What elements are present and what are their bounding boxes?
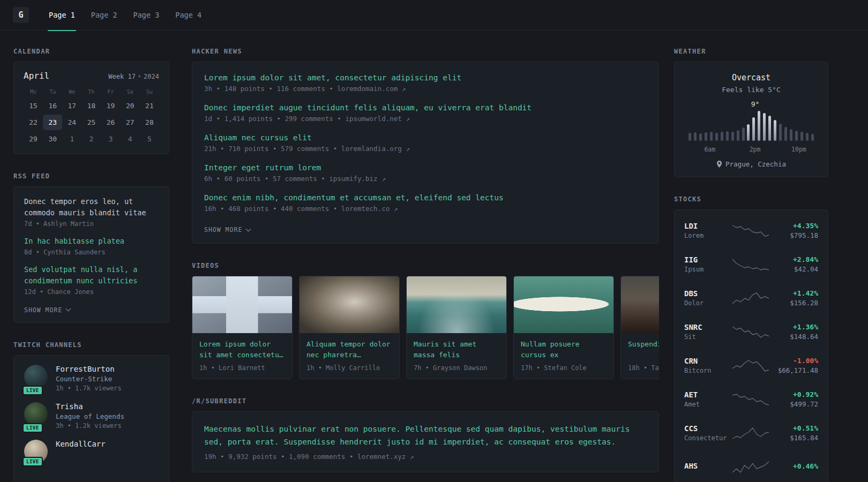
- hn-story-title[interactable]: Integer eget rutrum lorem: [204, 163, 647, 172]
- video-title[interactable]: Nullam posuere cursus ex: [514, 333, 613, 360]
- stock-row[interactable]: SNRC Sit +1.36% $148.64: [684, 319, 818, 344]
- video-title[interactable]: Suspendisse diam: [621, 333, 659, 360]
- video-card[interactable]: Aliquam tempor dolor nec pharetra… 1h • …: [299, 276, 400, 379]
- channel-category: League of Legends: [56, 412, 124, 420]
- hn-story[interactable]: Donec enim nibh, condimentum et accumsan…: [204, 193, 647, 213]
- tab-page-1[interactable]: Page 1: [41, 0, 83, 31]
- rss-card: Donec tempor eros leo, ut commodo mauris…: [13, 186, 169, 323]
- rss-item-title[interactable]: Sed volutpat nulla nisl, a condimentum n…: [24, 264, 159, 287]
- channel-name[interactable]: Trisha: [56, 402, 124, 411]
- video-thumbnail[interactable]: [407, 276, 506, 333]
- video-card[interactable]: Mauris sit amet massa felis 7h • Grayson…: [406, 276, 507, 379]
- video-card[interactable]: Lorem ipsum dolor sit amet consectetu… 1…: [192, 276, 293, 379]
- stock-row[interactable]: AHS +0.46%: [684, 454, 818, 479]
- video-title[interactable]: Aliquam tempor dolor nec pharetra…: [300, 333, 399, 360]
- calendar-day: 27: [121, 115, 140, 130]
- video-thumbnail[interactable]: [514, 276, 613, 333]
- stock-price: $66,171.48: [771, 366, 818, 374]
- tab-page-2[interactable]: Page 2: [83, 0, 125, 31]
- weather-bar: [779, 124, 782, 141]
- hn-story-title[interactable]: Aliquam nec cursus elit: [204, 133, 647, 142]
- hn-story[interactable]: Aliquam nec cursus elit 21h • 710 points…: [204, 133, 647, 153]
- hn-story-meta: 1d • 1,414 points • 299 comments • ipsum…: [204, 115, 647, 123]
- hn-story-meta: 6h • 60 points • 57 comments • ipsumify.…: [204, 175, 647, 183]
- hn-story-title[interactable]: Lorem ipsum dolor sit amet, consectetur …: [204, 73, 647, 82]
- weather-bar: [811, 134, 814, 141]
- twitch-channel[interactable]: LIVE Trisha League of Legends 3h • 1.2k …: [24, 402, 159, 430]
- rss-item-meta: 7d • Ashlyn Martin: [24, 220, 159, 228]
- avatar-wrapper: LIVE: [24, 440, 48, 463]
- twitch-channel[interactable]: LIVE ForrestBurton Counter-Strike 1h • 1…: [24, 365, 159, 392]
- video-card[interactable]: Nullam posuere cursus ex 17h • Stefan Co…: [513, 276, 614, 379]
- stock-name: Sit: [684, 333, 730, 341]
- stock-change: +4.35%: [771, 222, 818, 230]
- rss-item[interactable]: In hac habitasse platea 8d • Cynthia Sau…: [24, 236, 159, 256]
- stock-row[interactable]: IIG Ipsum +2.84% $42.04: [684, 252, 818, 277]
- rss-item-title[interactable]: Donec tempor eros leo, ut commodo mauris…: [24, 196, 159, 219]
- stock-row[interactable]: DBS Dolor +1.42% $156.28: [684, 285, 818, 311]
- weather-bar: [710, 132, 713, 141]
- video-thumbnail[interactable]: [192, 276, 292, 333]
- channel-name[interactable]: KendallCarr: [56, 440, 106, 448]
- hn-show-more-button[interactable]: SHOW MORE: [204, 226, 250, 234]
- video-title[interactable]: Lorem ipsum dolor sit amet consectetu…: [192, 333, 292, 360]
- hn-story-title[interactable]: Donec imperdiet augue tincidunt felis al…: [204, 103, 647, 112]
- avatar-wrapper: LIVE: [24, 365, 48, 392]
- hn-story[interactable]: Lorem ipsum dolor sit amet, consectetur …: [204, 73, 647, 93]
- hn-story[interactable]: Integer eget rutrum lorem 6h • 60 points…: [204, 163, 647, 183]
- stock-sparkline: [730, 426, 771, 440]
- calendar-day: 29: [24, 131, 43, 147]
- weather-bar: [737, 130, 739, 141]
- video-thumbnail[interactable]: [621, 276, 659, 333]
- live-badge: LIVE: [23, 386, 43, 395]
- channel-name[interactable]: ForrestBurton: [56, 365, 122, 373]
- rss-item[interactable]: Donec tempor eros leo, ut commodo mauris…: [24, 196, 159, 228]
- rss-item[interactable]: Sed volutpat nulla nisl, a condimentum n…: [24, 264, 159, 296]
- calendar-week-year: Week 17•2024: [108, 73, 159, 80]
- stock-id: LDI Lorem: [684, 222, 730, 239]
- weather-bar: [774, 120, 776, 141]
- top-bar: G Page 1 Page 2 Page 3 Page 4: [0, 0, 868, 31]
- tab-page-4[interactable]: Page 4: [167, 0, 209, 31]
- stock-price: $499.72: [771, 400, 818, 408]
- app-logo[interactable]: G: [13, 7, 29, 23]
- calendar-day: 26: [101, 115, 121, 130]
- rss-widget: RSS FEED Donec tempor eros leo, ut commo…: [13, 172, 169, 323]
- stock-row[interactable]: CCS Consectetur +0.51% $165.84: [684, 420, 818, 446]
- live-badge: LIVE: [23, 423, 43, 433]
- video-thumbnail[interactable]: [300, 276, 399, 333]
- calendar-day: 20: [121, 98, 140, 114]
- calendar-day-next-month: 2: [81, 131, 101, 147]
- video-card[interactable]: Suspendisse diam 18h • Tara: [620, 276, 659, 379]
- calendar-week-label: Week 17: [108, 73, 136, 80]
- videos-row[interactable]: Lorem ipsum dolor sit amet consectetu… 1…: [192, 276, 659, 379]
- weather-card: Overcast Feels like 5°C 9° 6am 2pm 10pm …: [674, 62, 828, 177]
- hn-story-title[interactable]: Donec enim nibh, condimentum et accumsan…: [204, 193, 647, 202]
- twitch-card: LIVE ForrestBurton Counter-Strike 1h • 1…: [13, 355, 169, 482]
- calendar-month: April: [24, 71, 49, 81]
- rss-item-title[interactable]: In hac habitasse platea: [24, 236, 159, 247]
- stock-row[interactable]: AET Amet +0.92% $499.72: [684, 387, 818, 412]
- calendar-day: 25: [81, 115, 101, 130]
- weather-condition: Overcast: [683, 73, 819, 82]
- weather-bar: [731, 132, 734, 141]
- channel-info: KendallCarr: [56, 440, 106, 463]
- subreddit-widget: /R/SUBREDDIT Maecenas mollis pulvinar er…: [192, 397, 659, 472]
- stock-change: +0.51%: [771, 424, 818, 432]
- tab-page-3[interactable]: Page 3: [125, 0, 168, 31]
- stock-name: Ipsum: [684, 266, 730, 273]
- stock-row[interactable]: LDI Lorem +4.35% $795.18: [684, 218, 818, 243]
- reddit-post-meta: 19h • 9,932 points • 1,090 comments • lo…: [204, 453, 647, 461]
- channel-category: Counter-Strike: [56, 375, 122, 383]
- rss-show-more-button[interactable]: SHOW MORE: [24, 306, 70, 314]
- video-meta: 18h • Tara: [621, 360, 659, 379]
- stock-symbol: SNRC: [684, 323, 730, 332]
- hn-story[interactable]: Donec imperdiet augue tincidunt felis al…: [204, 103, 647, 123]
- reddit-post-title[interactable]: Maecenas mollis pulvinar erat non posuer…: [204, 423, 647, 449]
- stock-row[interactable]: CRN Bitcorn -1.00% $66,171.48: [684, 353, 818, 378]
- hn-story-meta: 21h • 710 points • 579 comments • loreml…: [204, 145, 647, 153]
- calendar-day: 18: [81, 98, 101, 114]
- twitch-channel[interactable]: LIVE KendallCarr: [24, 440, 159, 463]
- stock-symbol: AHS: [684, 462, 730, 470]
- video-title[interactable]: Mauris sit amet massa felis: [407, 333, 506, 360]
